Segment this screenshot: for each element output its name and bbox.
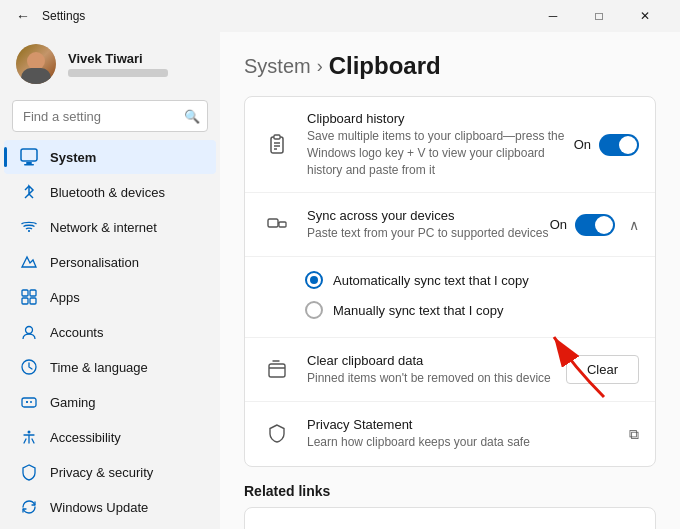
svg-point-7 [26, 327, 33, 334]
svg-rect-22 [269, 364, 285, 377]
sidebar-item-time[interactable]: Time & language [4, 350, 216, 384]
search-box: 🔍 [12, 100, 208, 132]
sidebar-item-apps-label: Apps [50, 290, 80, 305]
svg-rect-9 [22, 398, 36, 407]
sidebar-item-privacy[interactable]: Privacy & security [4, 455, 216, 489]
sidebar-item-time-label: Time & language [50, 360, 148, 375]
radio-manual-label: Manually sync text that I copy [333, 303, 504, 318]
sidebar-item-update[interactable]: Windows Update [4, 490, 216, 524]
network-icon [20, 218, 38, 236]
svg-rect-3 [22, 290, 28, 296]
titlebar-controls: ─ □ ✕ [530, 0, 668, 32]
sidebar-item-accessibility[interactable]: Accessibility [4, 420, 216, 454]
privacy-stmt-icon [261, 418, 293, 450]
clipboard-history-text: Clipboard history Save multiple items to… [307, 111, 574, 178]
breadcrumb-current: Clipboard [329, 52, 441, 80]
setting-clipboard-history: Clipboard history Save multiple items to… [245, 97, 655, 193]
sidebar-item-accounts[interactable]: Accounts [4, 315, 216, 349]
privacy-statement-desc: Learn how clipboard keeps your data safe [307, 434, 629, 451]
close-button[interactable]: ✕ [622, 0, 668, 32]
sidebar-item-system[interactable]: System [4, 140, 216, 174]
user-info: Vivek Tiwari [68, 51, 168, 77]
related-links-card: Get help with clipboard ⧉ [244, 507, 656, 529]
sync-devices-toggle[interactable] [575, 214, 615, 236]
radio-auto-label: Automatically sync text that I copy [333, 273, 529, 288]
privacy-icon [20, 463, 38, 481]
sync-devices-control: On ∧ [550, 214, 639, 236]
sidebar-item-privacy-label: Privacy & security [50, 465, 153, 480]
clipboard-history-toggle-label: On [574, 137, 591, 152]
sync-devices-title: Sync across your devices [307, 208, 550, 223]
sync-toggle-thumb [595, 216, 613, 234]
back-icon: ← [16, 8, 30, 24]
setting-sync-devices: Sync across your devices Paste text from… [245, 193, 655, 257]
clear-clipboard-title: Clear clipboard data [307, 353, 566, 368]
user-name: Vivek Tiwari [68, 51, 168, 66]
setting-clear-clipboard: Clear clipboard data Pinned items won't … [245, 338, 655, 402]
breadcrumb-parent: System [244, 55, 311, 78]
sync-radio-options: Automatically sync text that I copy Manu… [245, 257, 655, 338]
clipboard-history-desc: Save multiple items to your clipboard—pr… [307, 128, 574, 178]
sidebar-item-bluetooth[interactable]: Bluetooth & devices [4, 175, 216, 209]
sidebar: Vivek Tiwari 🔍 System Bluetooth & [0, 32, 220, 529]
gaming-icon [20, 393, 38, 411]
sidebar-item-personalisation[interactable]: Personalisation [4, 245, 216, 279]
minimize-button[interactable]: ─ [530, 0, 576, 32]
toggle-thumb [619, 136, 637, 154]
maximize-button[interactable]: □ [576, 0, 622, 32]
active-indicator [4, 147, 7, 167]
breadcrumb: System › Clipboard [244, 52, 656, 80]
radio-auto-circle [305, 271, 323, 289]
sidebar-item-gaming[interactable]: Gaming [4, 385, 216, 419]
svg-rect-20 [279, 222, 286, 227]
search-input[interactable] [12, 100, 208, 132]
time-icon [20, 358, 38, 376]
sidebar-item-apps[interactable]: Apps [4, 280, 216, 314]
radio-auto-sync[interactable]: Automatically sync text that I copy [305, 265, 639, 295]
system-icon [20, 148, 38, 166]
help-icon [261, 524, 293, 529]
clipboard-history-toggle[interactable] [599, 134, 639, 156]
svg-rect-2 [24, 164, 34, 166]
avatar [16, 44, 56, 84]
sidebar-nav: System Bluetooth & devices Network & int… [0, 140, 220, 524]
personalisation-icon [20, 253, 38, 271]
related-links-title: Related links [244, 483, 656, 499]
avatar-image [16, 44, 56, 84]
avatar-body [21, 68, 51, 84]
main-layout: Vivek Tiwari 🔍 System Bluetooth & [0, 32, 680, 529]
radio-manual-sync[interactable]: Manually sync text that I copy [305, 295, 639, 325]
sync-devices-text: Sync across your devices Paste text from… [307, 208, 550, 242]
svg-rect-4 [30, 290, 36, 296]
radio-manual-circle [305, 301, 323, 319]
update-icon [20, 498, 38, 516]
privacy-external-link-icon[interactable]: ⧉ [629, 426, 639, 443]
sync-devices-desc: Paste text from your PC to supported dev… [307, 225, 550, 242]
svg-rect-1 [26, 162, 32, 164]
bluetooth-icon [20, 183, 38, 201]
radio-auto-dot [310, 276, 318, 284]
svg-point-13 [28, 431, 31, 434]
settings-card: Clipboard history Save multiple items to… [244, 96, 656, 467]
sidebar-item-personalisation-label: Personalisation [50, 255, 139, 270]
sidebar-item-accessibility-label: Accessibility [50, 430, 121, 445]
sync-toggle-track [575, 214, 615, 236]
svg-rect-5 [22, 298, 28, 304]
setting-privacy-statement: Privacy Statement Learn how clipboard ke… [245, 402, 655, 466]
sidebar-item-accounts-label: Accounts [50, 325, 103, 340]
titlebar-title: Settings [42, 9, 85, 23]
sidebar-item-bluetooth-label: Bluetooth & devices [50, 185, 165, 200]
sync-icon [261, 209, 293, 241]
privacy-statement-control: ⧉ [629, 426, 639, 443]
clear-clipboard-text: Clear clipboard data Pinned items won't … [307, 353, 566, 387]
clear-button[interactable]: Clear [566, 355, 639, 384]
sidebar-item-network[interactable]: Network & internet [4, 210, 216, 244]
privacy-statement-title: Privacy Statement [307, 417, 629, 432]
accessibility-icon [20, 428, 38, 446]
clipboard-icon [261, 129, 293, 161]
svg-rect-0 [21, 149, 37, 161]
back-button[interactable]: ← [12, 6, 34, 26]
titlebar-left: ← Settings [12, 6, 85, 26]
breadcrumb-separator: › [317, 56, 323, 77]
sidebar-item-update-label: Windows Update [50, 500, 148, 515]
